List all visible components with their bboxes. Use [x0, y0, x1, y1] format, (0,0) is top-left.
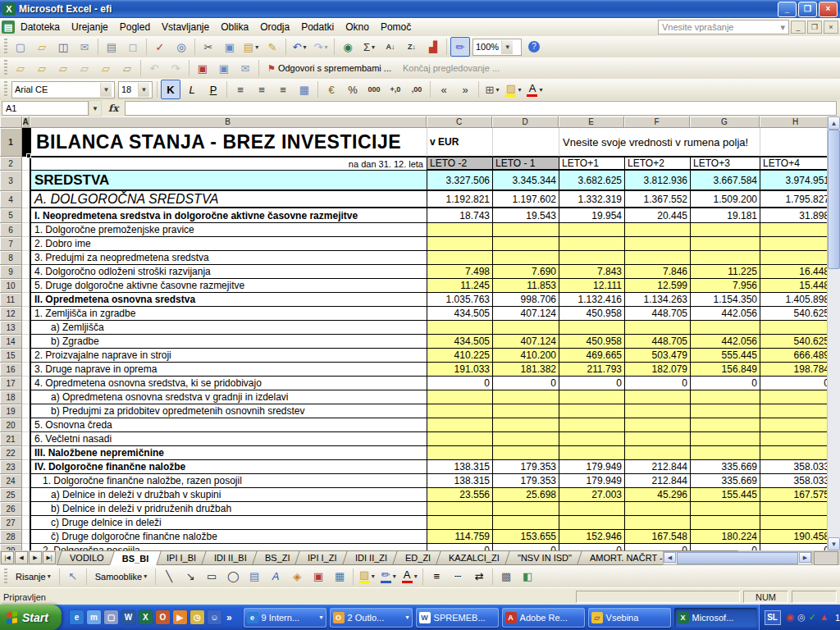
cell-c29[interactable]: 0 — [427, 544, 492, 550]
row-header-5[interactable]: 5 — [0, 208, 22, 223]
quick-launch-overflow-chevron[interactable]: » — [226, 612, 232, 623]
select-all-corner[interactable] — [0, 116, 22, 128]
tray-icon-1[interactable]: ◉ — [787, 613, 795, 622]
merge-center-icon[interactable]: ▦ — [294, 80, 314, 99]
cell-e23[interactable]: 179.949 — [559, 460, 624, 474]
cell-e24[interactable]: 179.949 — [559, 474, 624, 488]
cell-h27[interactable] — [760, 516, 828, 530]
spelling-icon[interactable]: ✓ — [150, 37, 170, 57]
arrow-icon[interactable]: ↘ — [180, 567, 200, 587]
cell-h28[interactable]: 190.458 — [760, 530, 828, 544]
menu-item-pomo[interactable]: Pomoč — [375, 19, 417, 35]
excel-app-icon[interactable]: X — [2, 2, 16, 16]
cell-h13[interactable] — [760, 321, 828, 335]
line-style-icon[interactable]: ≡ — [427, 567, 446, 587]
cell-d18[interactable] — [492, 390, 559, 404]
rectangle-icon[interactable]: ▭ — [202, 567, 221, 587]
horizontal-scroll-thumb[interactable] — [677, 552, 798, 564]
cell-d4[interactable]: 1.197.602 — [492, 191, 559, 208]
name-box-dropdown[interactable]: ▼ — [89, 100, 102, 116]
quick-launch-msn[interactable]: m — [87, 610, 101, 624]
insert-hyperlink-icon[interactable]: ◉ — [338, 37, 358, 57]
task-internet-explorer-group[interactable]: e9 Intern...▾ — [244, 608, 326, 628]
row-header-14[interactable]: 14 — [0, 335, 22, 349]
cell-g14[interactable]: 442.056 — [690, 335, 760, 349]
row-header-7[interactable]: 7 — [0, 237, 22, 251]
decrease-indent-icon[interactable]: « — [434, 80, 454, 99]
cell-b12[interactable]: 1. Zemljišča in zgradbe — [30, 307, 427, 321]
tray-icon-2[interactable]: ◎ — [797, 613, 806, 622]
cell-h14[interactable]: 540.625 — [760, 335, 828, 349]
quick-launch-excel[interactable]: X — [139, 610, 153, 624]
cell-h1[interactable] — [760, 128, 828, 157]
row-header-29[interactable]: 29 — [0, 544, 22, 550]
cell-c23[interactable]: 138.315 — [427, 460, 492, 474]
save-icon[interactable]: ◫ — [53, 37, 73, 57]
row-header-3[interactable]: 3 — [0, 171, 22, 191]
underline-button[interactable]: P — [203, 80, 223, 99]
menu-item-datoteka[interactable]: Datoteka — [15, 19, 66, 35]
cell-c17[interactable]: 0 — [427, 377, 492, 390]
cell-f23[interactable]: 212.844 — [624, 460, 690, 474]
last-sheet-button[interactable]: ▶| — [43, 551, 56, 564]
cell-f3[interactable]: 3.812.936 — [624, 171, 690, 191]
cell-e1-note[interactable]: Vnesite svoje vrednosti v rumena polja! — [559, 128, 760, 157]
cell-g6[interactable] — [690, 223, 760, 237]
cell-d2[interactable]: LETO - 1 — [492, 157, 559, 171]
cell-b3[interactable]: SREDSTVA — [30, 171, 427, 191]
fill-color-icon[interactable]: ▨▾ — [504, 80, 523, 99]
sort-descending-icon[interactable]: Z↓ — [402, 37, 422, 57]
sheet-tab-vodilo[interactable]: VODILO — [57, 550, 116, 565]
cell-d24[interactable]: 179.353 — [492, 474, 559, 488]
cell-b23[interactable]: IV. Dolgoročne finančne naložbe — [30, 460, 427, 474]
thousands-icon[interactable]: 000 — [364, 80, 384, 99]
cell-f24[interactable]: 212.844 — [624, 474, 690, 488]
cell-b29[interactable]: 2. Dolgoročna posojila — [30, 544, 427, 550]
column-header-e[interactable]: E — [559, 116, 624, 128]
currency-icon[interactable]: € — [322, 80, 341, 99]
cell-d26[interactable] — [492, 502, 559, 516]
cell-d27[interactable] — [492, 516, 559, 530]
cell-f15[interactable]: 503.479 — [624, 349, 690, 363]
cell-a12[interactable] — [22, 307, 30, 321]
cell-a6[interactable] — [22, 223, 30, 237]
insert-function-icon[interactable]: fx — [108, 103, 118, 114]
quick-launch-messenger[interactable]: ☺ — [208, 610, 221, 624]
cell-g13[interactable] — [690, 321, 760, 335]
row-header-8[interactable]: 8 — [0, 251, 22, 265]
cell-e2[interactable]: LETO+1 — [559, 157, 624, 171]
toolbar-grip[interactable] — [4, 81, 7, 98]
cell-g2[interactable]: LETO+3 — [690, 157, 760, 171]
cell-c27[interactable] — [427, 516, 492, 530]
cell-a24[interactable] — [22, 474, 30, 488]
cell-h19[interactable] — [760, 404, 828, 418]
cell-h24[interactable]: 358.033 — [760, 474, 828, 488]
zoom-combo[interactable]: 100% ▼ — [472, 39, 522, 56]
cell-b26[interactable]: b) Delnice in deleži v pridruženih družb… — [30, 502, 427, 516]
cell-c7[interactable] — [427, 237, 492, 251]
cell-e25[interactable]: 27.003 — [559, 488, 624, 502]
cell-g3[interactable]: 3.667.584 — [690, 171, 760, 191]
draw-line-color-icon[interactable]: ✏▾ — [378, 567, 398, 587]
row-header-2[interactable]: 2 — [0, 157, 22, 171]
cell-d6[interactable] — [492, 223, 559, 237]
cell-g24[interactable]: 335.669 — [690, 474, 760, 488]
cell-d28[interactable]: 153.655 — [492, 530, 559, 544]
decrease-decimal-icon[interactable]: ,00 — [407, 80, 427, 99]
text-box-icon[interactable]: ▤ — [244, 567, 264, 587]
cell-a28[interactable] — [22, 530, 30, 544]
cell-b22[interactable]: III. Naložbene nepremičnine — [30, 446, 427, 460]
cell-g17[interactable]: 0 — [690, 377, 760, 390]
cell-f22[interactable] — [624, 446, 690, 460]
cell-f16[interactable]: 182.079 — [624, 363, 690, 377]
cell-f27[interactable] — [624, 516, 690, 530]
cell-h21[interactable] — [760, 432, 828, 446]
cell-h20[interactable] — [760, 418, 828, 432]
row-header-25[interactable]: 25 — [0, 488, 22, 502]
column-header-b[interactable]: B — [30, 116, 427, 128]
delete-comment-icon[interactable]: ▱ — [117, 58, 137, 78]
tray-icon-3[interactable]: ✓ — [809, 613, 816, 622]
quick-launch-internet-explorer[interactable]: e — [70, 610, 84, 624]
sort-ascending-icon[interactable]: A↓ — [381, 37, 400, 57]
cell-d20[interactable] — [492, 418, 559, 432]
